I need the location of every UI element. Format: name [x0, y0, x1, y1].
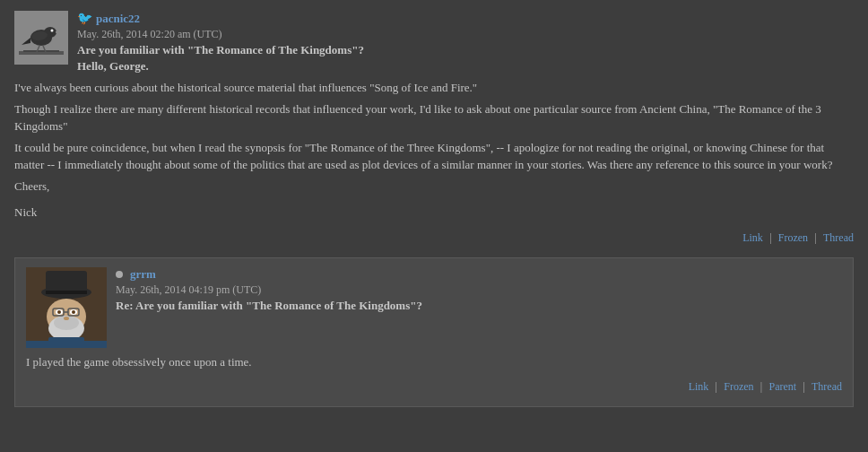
- circle-icon: [116, 271, 123, 278]
- body-name: Nick: [14, 204, 854, 222]
- username-line-2: grrm: [116, 267, 422, 282]
- sep2: |: [814, 231, 816, 244]
- post-1-user-info: 🐦 pacnic22 May. 26th, 2014 02:20 am (UTC…: [77, 11, 364, 74]
- post-2-link[interactable]: Link: [689, 380, 709, 393]
- body-line-2: Though I realize there are many differen…: [14, 100, 854, 135]
- post-2-frozen[interactable]: Frozen: [724, 380, 753, 393]
- avatar-pacnic22: [14, 11, 68, 65]
- post-1-footer: Link | Frozen | Thread: [14, 225, 854, 250]
- svg-point-21: [57, 310, 61, 314]
- post-1-title: Are you familiar with "The Romance of Th…: [77, 43, 364, 57]
- post-1: 🐦 pacnic22 May. 26th, 2014 02:20 am (UTC…: [0, 0, 868, 257]
- post-2: grrm May. 26th, 2014 04:19 pm (UTC) Re: …: [14, 257, 854, 408]
- twitter-icon: 🐦: [77, 11, 92, 26]
- username-line-1: 🐦 pacnic22: [77, 11, 364, 26]
- body-closing: Cheers,: [14, 178, 854, 196]
- post-2-footer: Link | Frozen | Parent | Thread: [26, 374, 842, 399]
- svg-point-8: [51, 30, 54, 32]
- svg-rect-28: [26, 341, 107, 348]
- svg-rect-15: [46, 291, 87, 294]
- sep1: |: [769, 231, 771, 244]
- svg-point-22: [72, 310, 75, 314]
- post-1-link[interactable]: Link: [742, 231, 763, 244]
- sep3: |: [803, 380, 804, 393]
- post-2-title: Re: Are you familiar with "The Romance o…: [116, 299, 422, 313]
- post-2-body: I played the game obsessively once upon …: [26, 353, 842, 371]
- body-line-1: I've always been curious about the histo…: [14, 79, 854, 97]
- post-2-parent[interactable]: Parent: [768, 380, 796, 393]
- post-2-timestamp: May. 26th, 2014 04:19 pm (UTC): [116, 283, 422, 297]
- username-grrm[interactable]: grrm: [130, 267, 156, 282]
- post-2-user-info: grrm May. 26th, 2014 04:19 pm (UTC) Re: …: [116, 267, 422, 313]
- sep1: |: [716, 380, 717, 393]
- avatar-grrm: [26, 267, 107, 348]
- post-1-frozen[interactable]: Frozen: [778, 231, 808, 244]
- post-1-header: 🐦 pacnic22 May. 26th, 2014 02:20 am (UTC…: [14, 11, 854, 74]
- post-1-timestamp: May. 26th, 2014 02:20 am (UTC): [77, 28, 364, 41]
- post-1-body: I've always been curious about the histo…: [14, 79, 854, 222]
- post-1-thread[interactable]: Thread: [823, 231, 854, 244]
- svg-point-26: [64, 317, 69, 320]
- sep2: |: [760, 380, 762, 393]
- post-2-thread[interactable]: Thread: [812, 380, 842, 393]
- reply-body-text: I played the game obsessively once upon …: [26, 353, 842, 371]
- username-pacnic22[interactable]: pacnic22: [96, 12, 140, 26]
- body-line-3: It could be pure coincidence, but when I…: [14, 139, 854, 174]
- post-1-greeting: Hello, George.: [77, 59, 364, 74]
- post-2-header: grrm May. 26th, 2014 04:19 pm (UTC) Re: …: [26, 267, 842, 348]
